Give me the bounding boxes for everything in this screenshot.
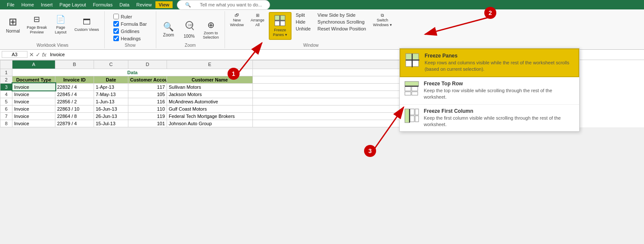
- zoom-100-button[interactable]: 180 100%: [180, 17, 199, 42]
- ruler-checkbox[interactable]: [113, 14, 119, 19]
- data-cell-5-c[interactable]: 1-Jun-13: [94, 98, 128, 105]
- svg-rect-16: [413, 60, 419, 66]
- data-cell-6-e[interactable]: Gulf Coast Motors: [167, 105, 253, 112]
- data-cell-5-e[interactable]: McAndrews Automotive: [167, 98, 253, 105]
- data-cell-3-e[interactable]: Sullivan Motors: [167, 83, 253, 90]
- data-cell-6-d[interactable]: 110: [128, 105, 167, 112]
- col-header-a[interactable]: A: [12, 60, 55, 69]
- row-header-3[interactable]: 3: [0, 83, 12, 90]
- cell-reference[interactable]: A3: [2, 51, 27, 58]
- zoom-selection-icon: ⊕: [207, 20, 215, 30]
- data-cell-8-c[interactable]: 15-Jul-13: [94, 120, 128, 127]
- data-cell-7-c[interactable]: 26-Jun-13: [94, 112, 128, 120]
- data-cell-6-b[interactable]: 22863 / 10: [55, 105, 94, 112]
- view-side-by-side-button[interactable]: View Side by Side: [315, 12, 369, 18]
- formula-icons: ✕ ✓: [29, 51, 40, 58]
- cancel-icon[interactable]: ✕: [29, 51, 34, 58]
- custom-views-icon: 🗖: [83, 18, 91, 27]
- col-header-e[interactable]: E: [167, 60, 253, 69]
- row-header-8[interactable]: 8: [0, 120, 12, 127]
- header-cell-date[interactable]: Date: [94, 76, 128, 83]
- data-cell-5-a[interactable]: Invoice: [12, 98, 55, 105]
- gridlines-checkbox-item[interactable]: Gridlines: [113, 28, 147, 34]
- freeze-first-col-desc: Keep the first column visible while scro…: [424, 115, 575, 128]
- row-header-1[interactable]: 1: [0, 69, 12, 76]
- data-cell-8-b[interactable]: 22879 / 4: [55, 120, 94, 127]
- menu-insert[interactable]: Insert: [37, 1, 56, 8]
- data-cell-3-a[interactable]: Invoice: [12, 83, 55, 90]
- header-cell-cust-acct[interactable]: Customer Account: [128, 76, 167, 83]
- freeze-panes-option[interactable]: Freeze Panes Keep rows and columns visib…: [400, 48, 579, 77]
- data-cell-7-b[interactable]: 22864 / 8: [55, 112, 94, 120]
- formula-bar-checkbox-item[interactable]: Formula Bar: [113, 21, 147, 27]
- menu-page-layout[interactable]: Page Layout: [56, 1, 90, 8]
- data-cell-7-a[interactable]: Invoice: [12, 112, 55, 120]
- col-header-b[interactable]: B: [55, 60, 94, 69]
- header-cell-cust-name[interactable]: Customer Name: [167, 76, 253, 83]
- row-header-7[interactable]: 7: [0, 112, 12, 120]
- data-cell-6-c[interactable]: 16-Jun-13: [94, 105, 128, 112]
- workbook-view-buttons: ⊞ Normal ⊟ Page BreakPreview 📄 PageLayou…: [3, 12, 102, 38]
- row-header-6[interactable]: 6: [0, 105, 12, 112]
- split-button[interactable]: Split: [293, 12, 313, 18]
- header-cell-doc-type[interactable]: Document Type: [12, 76, 55, 83]
- menu-home[interactable]: Home: [18, 1, 37, 8]
- menu-view[interactable]: View: [155, 1, 173, 8]
- menu-formulas[interactable]: Formulas: [89, 1, 116, 8]
- ruler-checkbox-item[interactable]: Ruler: [113, 14, 147, 19]
- data-cell-4-a[interactable]: Invoice: [12, 90, 55, 98]
- normal-button[interactable]: ⊞ Normal: [3, 12, 22, 38]
- row-header-2[interactable]: 2: [0, 76, 12, 83]
- formula-bar-checkbox[interactable]: [113, 21, 119, 27]
- header-cell-invoice-id[interactable]: Invoice ID: [55, 76, 94, 83]
- col-header-d[interactable]: D: [128, 60, 167, 69]
- svg-rect-13: [406, 54, 412, 60]
- unhide-button[interactable]: Unhide: [293, 26, 313, 32]
- freeze-top-row-option[interactable]: Freeze Top Row Keep the top row visible …: [400, 77, 579, 105]
- row-header-5[interactable]: 5: [0, 98, 12, 105]
- tell-me-box[interactable]: 🔍 Tell me what you want to do...: [177, 0, 270, 10]
- zoom-selection-button[interactable]: ⊕ Zoom toSelection: [200, 17, 222, 42]
- extra-cell-6: [253, 105, 413, 112]
- headings-checkbox[interactable]: [113, 36, 119, 41]
- col-header-c[interactable]: C: [94, 60, 128, 69]
- row-header-4[interactable]: 4: [0, 90, 12, 98]
- freeze-panes-button[interactable]: FreezePanes ▾: [269, 12, 292, 40]
- sync-scroll-button[interactable]: Synchronous Scrolling: [315, 19, 369, 25]
- data-cell-5-b[interactable]: 22856 / 2: [55, 98, 94, 105]
- menu-bar: File Home Insert Page Layout Formulas Da…: [0, 0, 644, 9]
- confirm-icon[interactable]: ✓: [36, 51, 40, 58]
- data-cell-8-d[interactable]: 101: [128, 120, 167, 127]
- data-cell-4-b[interactable]: 22845 / 4: [55, 90, 94, 98]
- new-window-button[interactable]: 🗗 NewWindow: [228, 12, 246, 28]
- data-title-cell[interactable]: Data: [12, 69, 253, 76]
- menu-file[interactable]: File: [3, 1, 18, 8]
- data-cell-7-d[interactable]: 119: [128, 112, 167, 120]
- hide-button[interactable]: Hide: [293, 19, 313, 25]
- headings-checkbox-item[interactable]: Headings: [113, 36, 147, 41]
- svg-rect-10: [280, 21, 285, 26]
- data-cell-3-c[interactable]: 1-Apr-13: [94, 83, 128, 90]
- data-cell-8-a[interactable]: Invoice: [12, 120, 55, 127]
- menu-data[interactable]: Data: [116, 1, 133, 8]
- data-cell-3-b[interactable]: 22832 / 4: [55, 83, 94, 90]
- data-cell-4-d[interactable]: 105: [128, 90, 167, 98]
- page-break-button[interactable]: ⊟ Page BreakPreview: [24, 12, 49, 38]
- switch-windows-button[interactable]: ⧉ SwitchWindows ▾: [371, 12, 395, 28]
- data-cell-7-e[interactable]: Federal Tech Mortgage Brokers: [167, 112, 253, 120]
- menu-review[interactable]: Review: [133, 1, 155, 8]
- reset-position-button[interactable]: Reset Window Position: [315, 26, 369, 32]
- data-cell-4-c[interactable]: 7-May-13: [94, 90, 128, 98]
- page-layout-button[interactable]: 📄 PageLayout: [51, 12, 70, 38]
- data-cell-6-a[interactable]: Invoice: [12, 105, 55, 112]
- data-cell-8-e[interactable]: Johnson Auto Group: [167, 120, 253, 127]
- data-cell-5-d[interactable]: 116: [128, 98, 167, 105]
- col-header-empty: [0, 60, 12, 69]
- arrange-all-button[interactable]: ⊞ ArrangeAll: [248, 12, 267, 28]
- freeze-first-col-option[interactable]: Freeze First Column Keep the first colum…: [400, 105, 579, 132]
- zoom-button[interactable]: 🔍 Zoom: [159, 17, 178, 42]
- data-cell-4-e[interactable]: Jackson Motors: [167, 90, 253, 98]
- gridlines-checkbox[interactable]: [113, 28, 119, 34]
- custom-views-button[interactable]: 🗖 Custom Views: [72, 12, 101, 38]
- data-cell-3-d[interactable]: 117: [128, 83, 167, 90]
